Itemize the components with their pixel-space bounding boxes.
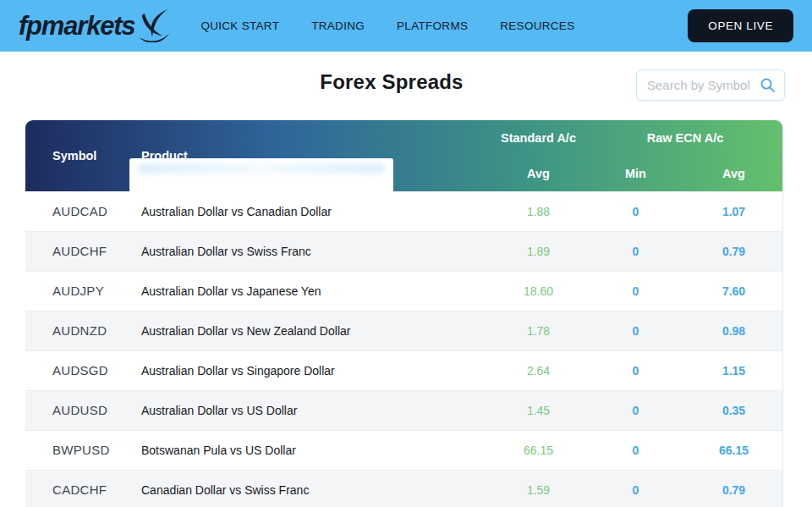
cell-raw-min: 0 [587,191,684,231]
cell-product: Canadian Dollar vs Swiss Franc [131,470,490,507]
cell-product: Australian Dollar vs Singapore Dollar [131,350,490,390]
cell-symbol: AUDSGD [25,350,131,390]
cell-symbol: AUDCAD [25,191,131,231]
table-row[interactable]: AUDJPY Australian Dollar vs Japanese Yen… [25,271,783,311]
main-nav: QUICK START TRADING PLATFORMS RESOURCES [200,19,574,32]
search-icon[interactable] [760,77,776,93]
cell-raw-min: 0 [587,390,684,430]
cell-symbol: BWPUSD [25,430,131,470]
cell-raw-avg: 66.15 [684,430,783,470]
table-row[interactable]: AUDCAD Australian Dollar vs Canadian Dol… [25,191,783,231]
cell-symbol: AUDUSD [25,390,131,430]
cell-standard-avg: 1.88 [490,191,587,231]
column-header-symbol: Symbol [25,120,131,191]
cell-raw-min: 0 [587,231,684,271]
cell-raw-avg: 1.07 [684,191,783,231]
cell-raw-avg: 0.79 [684,470,783,507]
search-input[interactable] [647,78,760,92]
brand-logo-text: fpmarkets [19,11,134,41]
cell-raw-avg: 0.35 [684,390,783,430]
brand-logo[interactable]: fpmarkets [19,10,172,42]
cell-raw-avg: 0.98 [684,311,783,350]
nav-item-platforms[interactable]: PLATFORMS [397,19,468,32]
cell-product: Australian Dollar vs New Zealand Dollar [131,311,490,350]
cell-raw-min: 0 [587,470,684,507]
cell-product: Australian Dollar vs Swiss Franc [131,231,490,271]
cell-raw-avg: 1.15 [684,350,783,390]
column-header-standard-avg: Avg [490,156,587,191]
product-header-overlay [129,158,393,192]
table-row[interactable]: AUDSGD Australian Dollar vs Singapore Do… [25,350,783,390]
cell-symbol: AUDJPY [25,271,131,311]
column-group-standard-ac: Standard A/c [490,120,587,156]
cell-raw-avg: 7.60 [684,271,783,311]
column-group-raw-ecn-ac: Raw ECN A/c [587,120,783,156]
nav-item-quick-start[interactable]: QUICK START [200,19,279,32]
table-row[interactable]: AUDCHF Australian Dollar vs Swiss Franc … [25,231,783,271]
cell-standard-avg: 1.59 [490,470,587,507]
nav-item-resources[interactable]: RESOURCES [500,19,574,32]
open-live-button[interactable]: OPEN LIVE [688,9,793,42]
column-header-raw-avg: Avg [684,156,783,191]
main-content: Forex Spreads Symbol Product Standard A/… [0,52,812,507]
cell-symbol: AUDNZD [25,311,131,350]
cell-symbol: AUDCHF [25,231,131,271]
spreads-table-body: AUDCAD Australian Dollar vs Canadian Dol… [25,191,783,507]
spreads-table: Symbol Product Standard A/c Raw ECN A/c … [25,120,783,507]
top-navigation-bar: fpmarkets QUICK START TRADING PLATFORMS … [0,0,812,52]
cell-product: Australian Dollar vs Canadian Dollar [131,191,490,231]
nav-item-trading[interactable]: TRADING [311,19,365,32]
cell-raw-min: 0 [587,271,684,311]
cell-product: Botswanan Pula vs US Dollar [131,430,490,470]
brand-swoosh-icon [136,7,172,42]
cell-standard-avg: 18.60 [490,271,587,311]
cell-symbol: CADCHF [25,470,131,507]
cell-standard-avg: 66.15 [490,430,587,470]
cell-raw-min: 0 [587,350,684,390]
cell-standard-avg: 1.89 [490,231,587,271]
column-header-raw-min: Min [587,156,684,191]
cell-raw-min: 0 [587,430,684,470]
cell-product: Australian Dollar vs Japanese Yen [131,271,490,311]
table-row[interactable]: AUDNZD Australian Dollar vs New Zealand … [25,311,783,350]
cell-standard-avg: 2.64 [490,350,587,390]
table-row[interactable]: CADCHF Canadian Dollar vs Swiss Franc 1.… [25,470,783,507]
table-row[interactable]: AUDUSD Australian Dollar vs US Dollar 1.… [25,390,783,430]
cell-raw-avg: 0.79 [684,231,783,271]
cell-raw-min: 0 [587,311,684,350]
cell-standard-avg: 1.78 [490,311,587,350]
cell-product: Australian Dollar vs US Dollar [131,390,490,430]
cell-standard-avg: 1.45 [490,390,587,430]
symbol-search-box [636,69,785,101]
table-row[interactable]: BWPUSD Botswanan Pula vs US Dollar 66.15… [25,430,783,470]
